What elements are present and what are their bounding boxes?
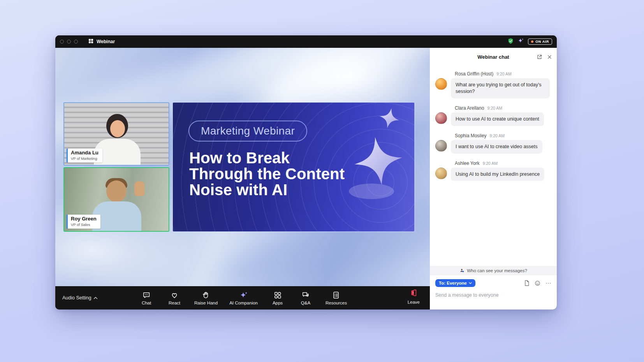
- speaker-tile-roy[interactable]: Roy Green VP of Sales: [63, 167, 169, 232]
- video-stage: Amanda Lu VP of Marketing Roy Green VP o…: [55, 48, 430, 286]
- message-time: 9:20 AM: [487, 106, 502, 110]
- file-icon: [524, 280, 530, 286]
- chat-bubble-icon: [142, 291, 151, 299]
- toolbar-label: Apps: [273, 301, 283, 305]
- chat-message: Sophia Mosiley 9:20 AM I want to use AI …: [435, 133, 551, 154]
- chat-title: Webinar chat: [477, 54, 509, 60]
- toolbar-label: Chat: [142, 301, 151, 305]
- document-icon: [332, 291, 340, 299]
- popout-button[interactable]: [537, 54, 542, 60]
- chat-message: Rosa Griffin (Host) 9:20 AM What are you…: [435, 71, 551, 98]
- toolbar-label: Leave: [408, 300, 420, 304]
- name-tag: Roy Green VP of Sales: [67, 215, 100, 229]
- message-sender: Clara Arellano: [455, 105, 484, 111]
- message-bubble: I want to use AI to create video assets: [451, 140, 542, 154]
- leave-button[interactable]: Leave: [408, 289, 420, 304]
- toolbar-label: AI Companion: [229, 301, 258, 305]
- people-grid-icon: [88, 38, 94, 45]
- shield-check-icon[interactable]: [507, 38, 514, 46]
- ai-sparkle-icon[interactable]: [518, 38, 524, 45]
- message-input[interactable]: [435, 292, 551, 298]
- chat-button[interactable]: Chat: [138, 291, 155, 305]
- shared-slide: Marketing Webinar How to Break Through t…: [172, 102, 415, 232]
- chat-message: Clara Arellano 9:20 AM How to use AI to …: [435, 105, 551, 126]
- ai-companion-button[interactable]: AI Companion: [229, 291, 258, 305]
- window-controls: [60, 40, 78, 44]
- audio-setting-button[interactable]: Audio Setting: [62, 286, 98, 310]
- app-identity: Webinar: [88, 38, 115, 45]
- leave-door-icon: [409, 289, 418, 299]
- avatar: [435, 112, 447, 124]
- toolbar-label: Q&A: [301, 301, 310, 305]
- heart-icon: [170, 291, 179, 299]
- speaker-title: VP of Sales: [71, 222, 97, 227]
- meeting-area: Amanda Lu VP of Marketing Roy Green VP o…: [55, 48, 430, 310]
- to-selector-label: To: Everyone: [439, 281, 467, 285]
- raise-hand-button[interactable]: Raise Hand: [194, 291, 218, 305]
- toolbar-label: Raise Hand: [194, 301, 218, 305]
- qa-bubbles-icon: [301, 291, 310, 299]
- popout-icon: [537, 54, 542, 60]
- speaker-title: VP of Marketing: [71, 156, 99, 161]
- audio-setting-label: Audio Setting: [62, 295, 91, 301]
- message-sender: Ashlee York: [455, 161, 479, 166]
- react-button[interactable]: React: [166, 291, 183, 305]
- message-sender: Rosa Griffin (Host): [455, 71, 493, 77]
- on-air-label: ON AIR: [535, 40, 549, 44]
- apps-button[interactable]: Apps: [269, 291, 286, 305]
- composer: To: Everyone: [430, 275, 557, 310]
- webinar-window: Webinar ON AIR: [55, 35, 557, 310]
- privacy-note-label: Who can see your messages?: [467, 268, 527, 273]
- emoji-icon: [535, 280, 540, 286]
- qa-button[interactable]: Q&A: [297, 291, 314, 305]
- window-maximize-button[interactable]: [74, 40, 78, 44]
- to-selector-button[interactable]: To: Everyone: [435, 279, 475, 287]
- apps-grid-icon: [273, 291, 282, 299]
- on-air-dot-icon: [531, 40, 533, 43]
- titlebar-right: ON AIR: [507, 38, 552, 46]
- privacy-note[interactable]: Who can see your messages?: [430, 266, 557, 275]
- on-air-badge: ON AIR: [528, 38, 552, 45]
- message-time: 9:20 AM: [482, 161, 498, 166]
- close-chat-button[interactable]: [547, 54, 552, 59]
- chat-message: Ashlee York 9:20 AM Using AI to build my…: [435, 161, 551, 181]
- window-close-button[interactable]: [60, 40, 64, 44]
- chevron-up-icon: [93, 295, 98, 301]
- ai-sparkle-icon: [239, 291, 248, 299]
- raised-hand-icon: [202, 291, 210, 299]
- emoji-button[interactable]: [535, 280, 540, 286]
- speaker-tile-amanda[interactable]: Amanda Lu VP of Marketing: [63, 102, 169, 166]
- message-bubble: How to use AI to create unique content: [451, 112, 544, 126]
- resources-button[interactable]: Resources: [326, 291, 347, 305]
- chat-panel: Webinar chat Rosa Griffin (Host) 9:20 AM: [430, 48, 557, 310]
- file-attach-button[interactable]: [524, 280, 530, 286]
- speaker-name: Amanda Lu: [71, 150, 99, 156]
- message-bubble: What are you trying to get out of today'…: [451, 78, 550, 98]
- slide-badge: Marketing Webinar: [188, 121, 307, 142]
- avatar: [435, 78, 447, 90]
- meeting-toolbar: Audio Setting Chat: [55, 286, 430, 310]
- slide-headline: How to Break Through the Content Noise w…: [189, 150, 345, 198]
- window-minimize-button[interactable]: [67, 40, 71, 44]
- more-options-button[interactable]: [545, 282, 551, 284]
- titlebar: Webinar ON AIR: [55, 35, 557, 48]
- app-title: Webinar: [97, 39, 115, 44]
- avatar: [435, 168, 447, 179]
- avatar: [435, 140, 447, 152]
- toolbar-label: React: [169, 301, 180, 305]
- message-time: 9:20 AM: [489, 133, 505, 138]
- close-icon: [547, 54, 552, 59]
- name-tag: Amanda Lu VP of Marketing: [67, 149, 102, 163]
- speaker-name: Roy Green: [71, 216, 97, 222]
- chat-message-list: Rosa Griffin (Host) 9:20 AM What are you…: [430, 66, 557, 266]
- chevron-down-icon: [469, 282, 472, 284]
- message-bubble: Using AI to build my LinkedIn presence: [451, 168, 544, 181]
- more-options-icon: [545, 282, 551, 284]
- toolbar-label: Resources: [326, 301, 347, 305]
- person-icon: [459, 268, 465, 274]
- chat-header: Webinar chat: [430, 48, 557, 66]
- toolbar-center: Chat React Raise Hand: [138, 291, 347, 305]
- message-sender: Sophia Mosiley: [455, 133, 486, 138]
- message-time: 9:20 AM: [496, 72, 512, 76]
